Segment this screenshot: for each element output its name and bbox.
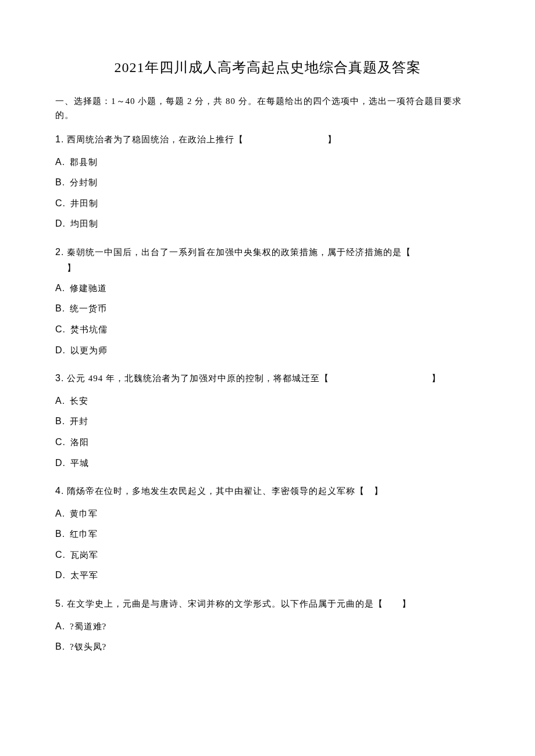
option-b: B. 红巾军 — [55, 526, 480, 542]
option-b: B. 统一货币 — [55, 301, 480, 316]
option-text: 均田制 — [70, 219, 98, 228]
option-text: 瓦岗军 — [70, 550, 98, 560]
option-letter: B. — [55, 642, 65, 651]
option-letter: C. — [55, 198, 66, 208]
section-instructions: 一、选择题：1～40 小题，每题 2 分，共 80 分。在每题给出的四个选项中，… — [55, 94, 480, 122]
option-letter: A. — [55, 283, 65, 293]
option-text: 长安 — [70, 396, 88, 406]
option-d: D. 平城 — [55, 456, 480, 471]
question-text: 3. 公元 494 年，北魏统治者为了加强对中原的控制，将都城迁至【 】 — [55, 370, 480, 386]
option-letter: B. — [55, 416, 65, 426]
option-text: 分封制 — [70, 178, 98, 187]
option-letter: D. — [55, 570, 66, 580]
option-d: D. 以更为师 — [55, 343, 480, 358]
option-letter: B. — [55, 303, 65, 313]
question-number: 2. — [55, 247, 64, 257]
option-text: ?钗头凤? — [70, 642, 106, 651]
option-text: 统一货币 — [70, 304, 107, 313]
question-1: 1. 西周统治者为了稳固统治，在政治上推行【 】 A. 郡县制 B. 分封制 C… — [55, 131, 480, 231]
option-text: ?蜀道难? — [70, 622, 106, 631]
option-d: D. 太平军 — [55, 568, 480, 583]
option-letter: A. — [55, 157, 65, 167]
page-title: 2021年四川成人高考高起点史地综合真题及答案 — [55, 58, 480, 77]
option-text: 洛阳 — [70, 438, 89, 447]
question-body: 公元 494 年，北魏统治者为了加强对中原的控制，将都城迁至【 — [67, 374, 329, 383]
question-text: 5. 在文学史上，元曲是与唐诗、宋词并称的文学形式。以下作品属于元曲的是【 】 — [55, 596, 480, 612]
option-text: 红巾军 — [70, 529, 98, 539]
option-a: A. 修建驰道 — [55, 281, 480, 296]
option-letter: D. — [55, 218, 66, 228]
option-text: 焚书坑儒 — [70, 325, 108, 334]
question-body: 在文学史上，元曲是与唐诗、宋词并称的文学形式。以下作品属于元曲的是【 】 — [67, 599, 411, 608]
option-text: 平城 — [70, 458, 89, 468]
option-b: B. ?钗头凤? — [55, 639, 480, 654]
option-b: B. 开封 — [55, 414, 480, 429]
question-2: 2. 秦朝统一中国后，出台了一系列旨在加强中央集权的政策措施，属于经济措施的是【… — [55, 244, 480, 357]
question-number: 1. — [55, 134, 64, 144]
option-a: A. 黄巾军 — [55, 506, 480, 521]
option-letter: C. — [55, 324, 66, 334]
option-c: C. 焚书坑儒 — [55, 322, 480, 337]
option-text: 太平军 — [70, 571, 98, 580]
question-number: 4. — [55, 486, 64, 496]
option-letter: D. — [55, 458, 66, 468]
option-c: C. 瓦岗军 — [55, 547, 480, 562]
option-letter: A. — [55, 621, 65, 631]
option-c: C. 井田制 — [55, 196, 480, 211]
bracket-end: 】 — [431, 374, 441, 383]
option-letter: B. — [55, 177, 65, 187]
blank-space — [244, 132, 327, 148]
question-number: 3. — [55, 373, 64, 383]
bracket-continuation: 】 — [67, 261, 480, 276]
option-a: A. 长安 — [55, 393, 480, 409]
option-letter: A. — [55, 396, 65, 406]
question-text: 1. 西周统治者为了稳固统治，在政治上推行【 】 — [55, 131, 480, 148]
option-text: 黄巾军 — [70, 509, 98, 518]
question-body: 秦朝统一中国后，出台了一系列旨在加强中央集权的政策措施，属于经济措施的是【 — [67, 248, 411, 257]
option-b: B. 分封制 — [55, 175, 480, 190]
option-a: A. 郡县制 — [55, 155, 480, 170]
option-c: C. 洛阳 — [55, 435, 480, 450]
question-5: 5. 在文学史上，元曲是与唐诗、宋词并称的文学形式。以下作品属于元曲的是【 】 … — [55, 596, 480, 654]
question-4: 4. 隋炀帝在位时，多地发生农民起义，其中由翟让、李密领导的起义军称【 】 A.… — [55, 483, 480, 583]
question-body: 隋炀帝在位时，多地发生农民起义，其中由翟让、李密领导的起义军称【 】 — [67, 486, 383, 496]
option-letter: D. — [55, 345, 66, 355]
option-d: D. 均田制 — [55, 216, 480, 231]
option-text: 井田制 — [70, 199, 98, 208]
option-text: 开封 — [70, 417, 88, 426]
option-letter: B. — [55, 529, 65, 539]
option-letter: C. — [55, 437, 66, 447]
option-text: 郡县制 — [70, 157, 98, 167]
bracket-end: 】 — [327, 135, 337, 144]
option-text: 以更为师 — [70, 346, 108, 355]
question-text: 2. 秦朝统一中国后，出台了一系列旨在加强中央集权的政策措施，属于经济措施的是【 — [55, 244, 480, 260]
blank-space — [329, 371, 431, 386]
question-3: 3. 公元 494 年，北魏统治者为了加强对中原的控制，将都城迁至【 】 A. … — [55, 370, 480, 470]
option-letter: C. — [55, 550, 66, 560]
question-number: 5. — [55, 599, 64, 608]
option-a: A. ?蜀道难? — [55, 619, 480, 634]
option-letter: A. — [55, 508, 65, 518]
option-text: 修建驰道 — [70, 284, 107, 293]
question-body: 西周统治者为了稳固统治，在政治上推行【 — [67, 135, 244, 144]
question-text: 4. 隋炀帝在位时，多地发生农民起义，其中由翟让、李密领导的起义军称【 】 — [55, 483, 480, 499]
